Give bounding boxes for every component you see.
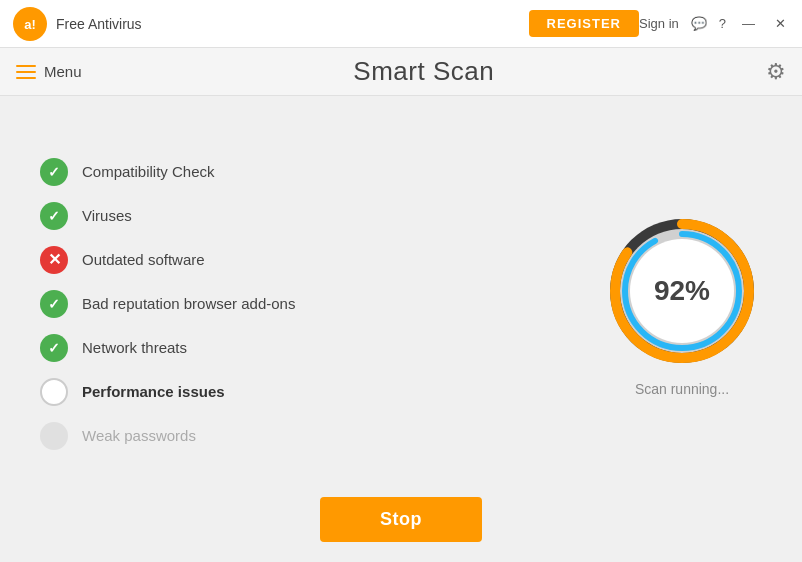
logo-area: a! Free Antivirus: [12, 6, 142, 42]
sign-in-link[interactable]: Sign in: [639, 16, 679, 31]
list-item: ✕ Outdated software: [40, 246, 360, 274]
scan-status-text: Scan running...: [635, 381, 729, 397]
list-item: Weak passwords: [40, 422, 360, 450]
menu-label[interactable]: Menu: [44, 63, 82, 80]
scan-items-list: ✓ Compatibility Check ✓ Viruses ✕ Outdat…: [40, 158, 360, 450]
status-icon-green: ✓: [40, 158, 68, 186]
svg-text:a!: a!: [24, 17, 36, 32]
status-icon-active: [40, 378, 68, 406]
status-icon-green: ✓: [40, 202, 68, 230]
close-button[interactable]: ✕: [771, 16, 790, 31]
list-item: ✓ Viruses: [40, 202, 360, 230]
item-label: Viruses: [82, 207, 132, 224]
settings-icon[interactable]: ⚙: [766, 59, 786, 85]
list-item: ✓ Network threats: [40, 334, 360, 362]
status-icon-green: ✓: [40, 290, 68, 318]
menu-bar: Menu Smart Scan ⚙: [0, 48, 802, 96]
scan-body: ✓ Compatibility Check ✓ Viruses ✕ Outdat…: [40, 126, 762, 481]
main-content: ✓ Compatibility Check ✓ Viruses ✕ Outdat…: [0, 96, 802, 562]
page-title: Smart Scan: [82, 56, 766, 87]
minimize-button[interactable]: —: [738, 16, 759, 31]
item-label: Performance issues: [82, 383, 225, 400]
progress-percent: 92%: [654, 275, 710, 307]
list-item: Performance issues: [40, 378, 360, 406]
item-label: Outdated software: [82, 251, 205, 268]
item-label: Compatibility Check: [82, 163, 215, 180]
app-name-label: Free Antivirus: [56, 16, 142, 32]
stop-button[interactable]: Stop: [320, 497, 482, 542]
register-button[interactable]: REGISTER: [529, 10, 639, 37]
chat-icon[interactable]: 💬: [691, 16, 707, 31]
progress-section: 92% Scan running...: [602, 211, 762, 397]
window-controls: Sign in 💬 ? — ✕: [639, 16, 790, 31]
title-bar: a! Free Antivirus REGISTER Sign in 💬 ? —…: [0, 0, 802, 48]
help-icon[interactable]: ?: [719, 16, 726, 31]
item-label: Bad reputation browser add-ons: [82, 295, 295, 312]
list-item: ✓ Compatibility Check: [40, 158, 360, 186]
status-icon-red: ✕: [40, 246, 68, 274]
avast-logo-icon: a!: [12, 6, 48, 42]
item-label: Weak passwords: [82, 427, 196, 444]
hamburger-menu-icon[interactable]: [16, 65, 36, 79]
status-icon-green: ✓: [40, 334, 68, 362]
list-item: ✓ Bad reputation browser add-ons: [40, 290, 360, 318]
status-icon-pending: [40, 422, 68, 450]
item-label: Network threats: [82, 339, 187, 356]
stop-button-row: Stop: [40, 497, 762, 542]
progress-ring: 92%: [602, 211, 762, 371]
